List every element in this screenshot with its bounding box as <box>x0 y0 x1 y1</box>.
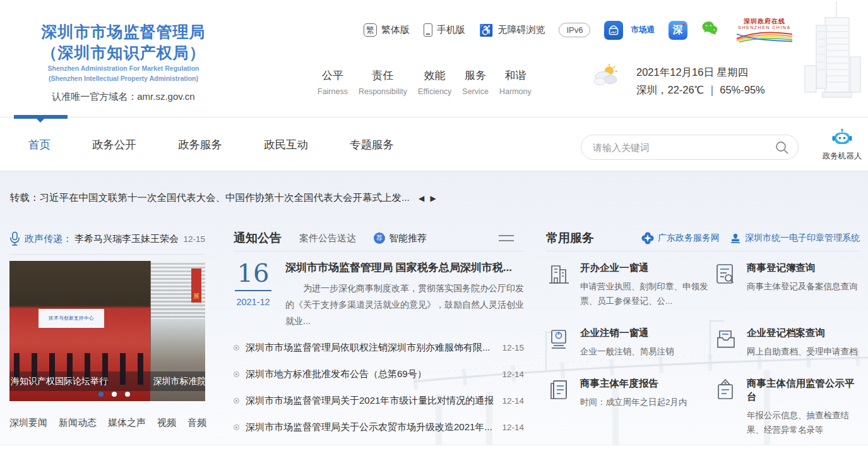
smart-recommend[interactable]: 荐 智能推荐 <box>374 232 427 244</box>
weather-icon <box>592 63 620 87</box>
tab-shenzhen-news[interactable]: 深圳要闻 <box>9 417 47 429</box>
nav-tab-gov-info[interactable]: 政务公开 <box>92 137 136 152</box>
value-cn: 效能 <box>418 68 451 83</box>
guangdong-portal-label: 广东政务服务网 <box>658 232 720 244</box>
tab-video[interactable]: 视频 <box>157 417 176 429</box>
nav-tab-special[interactable]: 专题服务 <box>350 137 394 152</box>
service-annual-report[interactable]: 商事主体年度报告 时间：成立周年之日起2月内 <box>546 377 710 438</box>
notice-item-title: 深圳市地方标准批准发布公告（总第69号） <box>246 368 502 380</box>
search-input[interactable] <box>593 136 770 159</box>
gov-robot-label: 政务机器人 <box>822 151 862 162</box>
notice-list-item[interactable]: 深圳市市场监督管理局依职权注销深圳市别亦难服饰有限... 12-15 <box>234 335 524 361</box>
voice-news-date: 12-15 <box>183 234 205 244</box>
wechat-icon[interactable] <box>701 20 722 40</box>
archive-search-icon <box>713 327 738 352</box>
value-en: Efficiency <box>418 87 451 96</box>
nav-tabs: 首页 政务公开 政务服务 政民互动 专题服务 <box>28 118 394 171</box>
ishenzhen-dot <box>682 23 685 26</box>
nav-tab-interaction[interactable]: 政民互动 <box>264 137 308 152</box>
market-app-link[interactable]: 市场通 <box>604 21 655 40</box>
mobile-version-label: 手机版 <box>437 24 465 36</box>
service-title: 企业注销一窗通 <box>580 327 674 340</box>
ipv6-badge[interactable]: IPv6 <box>559 23 590 37</box>
value-cn: 服务 <box>462 68 489 83</box>
service-title: 商事主体信用监管公示平台 <box>747 377 860 404</box>
accessibility-link[interactable]: ♿ 无障碍浏览 <box>479 24 545 36</box>
nav-tab-home[interactable]: 首页 <box>28 137 51 152</box>
value-en: Fairness <box>318 87 348 96</box>
mobile-icon <box>424 23 432 37</box>
search-box <box>581 135 799 160</box>
tab-media-voice[interactable]: 媒体之声 <box>108 417 146 429</box>
annual-report-icon <box>546 377 571 402</box>
notice-list-item[interactable]: 深圳市地方标准批准发布公告（总第69号） 12-14 <box>234 361 524 388</box>
eseal-system-link[interactable]: 深圳市统一电子印章管理系统 <box>730 232 860 244</box>
logo-title-en: Shenzhen Administration For Market Regul… <box>18 64 229 73</box>
notice-item-date: 12-15 <box>502 343 524 353</box>
tab-audio[interactable]: 音频 <box>187 417 206 429</box>
service-company-cancel[interactable]: 企业注销一窗通 企业一般注销、简易注销 <box>546 327 710 359</box>
carousel-caption-next[interactable]: 深圳市标准院 <box>147 376 205 387</box>
voice-news-title[interactable]: 李希马兴瑞李玉妹王荣会... <box>74 233 178 245</box>
stamp-icon <box>730 232 741 244</box>
service-credit-platform[interactable]: 商事主体信用监管公示平台 年报公示信息、抽查检查结果、经营异常名录等 <box>713 377 860 438</box>
logo-title-cn2: （深圳市知识产权局） <box>18 42 229 63</box>
ishenzhen-char: 深 <box>673 23 683 37</box>
notice-item-date: 12-14 <box>502 370 524 379</box>
voice-news-label[interactable]: 政声传递： <box>25 233 72 245</box>
carousel-dot-2[interactable] <box>112 392 117 397</box>
notice-item-date: 12-14 <box>502 396 524 406</box>
value-en: Responsibility <box>359 87 407 96</box>
eseal-system-label: 深圳市统一电子印章管理系统 <box>745 232 860 244</box>
value-cn: 和谐 <box>499 68 532 83</box>
carousel-dot-3[interactable] <box>125 392 130 397</box>
shenzhen-china-logo[interactable]: 深圳政府在线 SHENZHEN CHINA <box>735 18 794 43</box>
search-button[interactable] <box>775 140 790 155</box>
services-column: 常用服务 广东政务服务网 <box>546 228 860 438</box>
market-app-label: 市场通 <box>631 25 655 35</box>
gov-robot-button[interactable]: 政务机器人 <box>822 128 862 162</box>
ticker-next-icon[interactable]: ▶ <box>431 194 438 203</box>
service-register-query[interactable]: 商事登记簿查询 商事主体登记及备案信息查询 <box>713 262 860 309</box>
featured-month: 2021-12 <box>234 297 273 307</box>
service-desc: 年报公示信息、抽查检查结果、经营异常名录等 <box>747 409 860 438</box>
mobile-version-link[interactable]: 手机版 <box>424 23 465 37</box>
site-logo[interactable]: 深圳市市场监督管理局 （深圳市知识产权局） Shenzhen Administr… <box>18 21 229 103</box>
guangdong-portal-link[interactable]: 广东政务服务网 <box>641 232 720 244</box>
left-divider <box>9 254 205 255</box>
service-desc: 时间：成立周年之日起2月内 <box>580 395 687 410</box>
microphone-icon <box>9 231 20 246</box>
carousel-caption[interactable]: 海知识产权国际论坛举行 <box>9 376 147 387</box>
official-domain-note: 认准唯一官方域名：amr.sz.gov.cn <box>18 91 229 103</box>
utility-bar: 繁 繁体版 手机版 ♿ 无障碍浏览 IPv6 市场通 深 <box>364 18 794 43</box>
case-announcement-tab[interactable]: 案件公告送达 <box>299 232 356 244</box>
notice-title[interactable]: 通知公告 <box>234 230 282 246</box>
news-ticker: 转载：习近平在中国文联第十一次全国代表大会、中国作协第十次全国代表大会开幕式上发… <box>10 191 438 205</box>
bullet-icon <box>234 371 239 377</box>
notice-more-icon[interactable] <box>499 231 514 245</box>
shenzhen-china-cn: 深圳政府在线 <box>744 18 785 25</box>
nav-tab-gov-services[interactable]: 政务服务 <box>178 137 222 152</box>
service-open-company[interactable]: 开办企业一窗通 申请营业执照、刻制印章、申领发票、员工参保登记、公... <box>546 262 710 309</box>
notice-list-item[interactable]: 深圳市市场监督管理局关于公示农贸市场升级改造2021年... 12-14 <box>234 414 524 441</box>
service-desc: 企业一般注销、简易注销 <box>580 345 674 359</box>
ticker-headline[interactable]: 转载：习近平在中国文联第十一次全国代表大会、中国作协第十次全国代表大会开幕式上发… <box>10 191 410 205</box>
value-en: Service <box>462 87 489 96</box>
carousel-dot-1[interactable] <box>98 392 104 397</box>
notice-column: 通知公告 案件公告送达 荐 智能推荐 16 2021-12 <box>234 228 524 441</box>
services-header: 常用服务 广东政务服务网 <box>546 228 860 248</box>
traditional-chinese-link[interactable]: 繁 繁体版 <box>364 23 410 37</box>
news-carousel[interactable]: 技术与创新支持中心 展 海知识产权国际论坛举行 深圳市标准院 <box>9 261 205 401</box>
notice-list-item[interactable]: 深圳市市场监督管理局关于2021年市级计量比对情况的通报 12-14 <box>234 388 524 414</box>
building-illustration <box>797 0 868 116</box>
service-desc: 申请营业执照、刻制印章、申领发票、员工参保登记、公... <box>580 280 710 309</box>
notice-divider <box>234 251 524 251</box>
ishenzhen-app-icon[interactable]: 深 <box>669 21 687 40</box>
register-search-icon <box>713 262 738 287</box>
service-archive-query[interactable]: 企业登记档案查询 网上自助查档、受理申请查档 <box>713 327 860 359</box>
ticker-prev-icon[interactable]: ◀ <box>419 194 426 203</box>
service-desc: 商事主体登记及备案信息查询 <box>747 280 858 294</box>
featured-notice[interactable]: 16 2021-12 深圳市市场监督管理局 国家税务总局深圳市税... 为进一步… <box>234 260 524 330</box>
featured-notice-title[interactable]: 深圳市市场监督管理局 国家税务总局深圳市税... <box>285 260 524 275</box>
tab-news-updates[interactable]: 新闻动态 <box>59 417 97 429</box>
